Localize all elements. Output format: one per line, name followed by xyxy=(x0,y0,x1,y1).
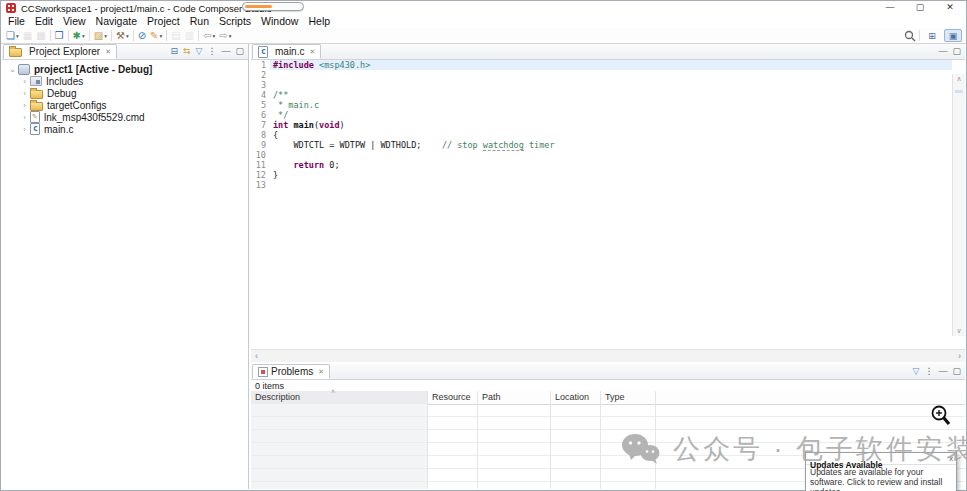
column-label: Description xyxy=(255,392,300,402)
code-line-6[interactable]: 6 */ xyxy=(251,110,952,120)
includes-icon xyxy=(30,76,42,86)
save-all-icon: ▩ xyxy=(36,29,45,42)
maximize-view-icon[interactable]: ▢ xyxy=(235,44,244,59)
dropdown-icon[interactable]: ▾ xyxy=(82,33,85,39)
tree-item-lnk-msp430f5529-cmd[interactable]: ›lnk_msp430f5529.cmd xyxy=(2,111,248,123)
chevron-down-icon[interactable]: ⌄ xyxy=(8,65,17,74)
ccs-edit-perspective-button[interactable]: ▣ xyxy=(944,29,962,42)
scroll-left-icon[interactable]: ‹ xyxy=(255,350,258,362)
chevron-right-icon[interactable]: › xyxy=(20,101,29,110)
scroll-right-icon[interactable]: › xyxy=(958,350,961,362)
code-line-2[interactable]: 2 xyxy=(251,70,952,80)
search-icon[interactable] xyxy=(904,30,916,42)
tree-item-targetconfigs[interactable]: ›targetConfigs xyxy=(2,99,248,111)
view-menu-icon[interactable]: ⋮ xyxy=(924,364,933,379)
maximize-view-icon[interactable]: ▢ xyxy=(952,44,961,59)
dropdown-icon[interactable]: ▾ xyxy=(104,33,107,39)
dropdown-icon[interactable]: ▾ xyxy=(213,33,216,39)
tree-item-includes[interactable]: ›Includes xyxy=(2,75,248,87)
column-header-location[interactable]: Location xyxy=(551,391,601,404)
horizontal-scrollbar[interactable]: ‹ › xyxy=(251,349,965,362)
code-line-1[interactable]: 1#include <msp430.h> xyxy=(251,60,952,70)
code-segment: 0; xyxy=(324,160,339,170)
code-line-12[interactable]: 12} xyxy=(251,170,952,180)
menu-project[interactable]: Project xyxy=(142,15,185,28)
link-with-editor-icon[interactable]: ⇆ xyxy=(183,44,191,59)
vertical-scrollbar[interactable]: ∧ ∨ xyxy=(952,74,965,336)
tab-project-explorer[interactable]: Project Explorer ✕ xyxy=(3,44,117,59)
maximize-view-icon[interactable]: ▢ xyxy=(952,364,961,379)
code-line-7[interactable]: 7int main(void) xyxy=(251,120,952,130)
minimize-window-button[interactable]: — xyxy=(879,1,901,14)
open-perspective-button[interactable]: ⊞ xyxy=(923,29,941,42)
collapse-all-icon[interactable]: ⊟ xyxy=(170,44,178,59)
code-line-9[interactable]: 9 WDTCTL = WDTPW | WDTHOLD; // stop watc… xyxy=(251,140,952,150)
menu-navigate[interactable]: Navigate xyxy=(91,15,142,28)
filter-icon[interactable]: ▽ xyxy=(913,364,920,379)
minimize-view-icon[interactable]: — xyxy=(938,364,947,379)
new-project-button[interactable]: ▨▾ xyxy=(92,29,109,42)
column-header-path[interactable]: Path xyxy=(478,391,551,404)
column-header-description[interactable]: Description˄ xyxy=(251,391,428,404)
code-area[interactable]: 1#include <msp430.h>234/**5 * main.c6 */… xyxy=(251,59,965,349)
launch-button[interactable]: ⊘ xyxy=(136,29,148,42)
tree-item-debug[interactable]: ›Debug xyxy=(2,87,248,99)
dropdown-icon[interactable]: ▾ xyxy=(16,33,19,39)
forward-button[interactable]: ⇨▾ xyxy=(217,29,233,42)
flash-button[interactable]: ✎▾ xyxy=(148,29,164,42)
code-segment: */ xyxy=(273,110,288,120)
tree-item-project1-active-debug[interactable]: ⌄project1 [Active - Debug] xyxy=(2,63,248,75)
back-button[interactable]: ⇦▾ xyxy=(201,29,217,42)
popup-close-button[interactable]: x xyxy=(949,454,953,463)
folder-open-icon xyxy=(30,90,43,99)
chevron-right-icon[interactable]: › xyxy=(20,77,29,86)
menu-help[interactable]: Help xyxy=(303,15,335,28)
build-button[interactable]: ⚒▾ xyxy=(114,29,131,42)
code-line-4[interactable]: 4/** xyxy=(251,90,952,100)
code-line-13[interactable]: 13 xyxy=(251,180,952,190)
code-text: return 0; xyxy=(270,160,952,170)
column-label: Location xyxy=(555,392,589,402)
tree-item-main-c[interactable]: ›main.c xyxy=(2,123,248,135)
code-line-8[interactable]: 8{ xyxy=(251,130,952,140)
menu-edit[interactable]: Edit xyxy=(30,15,58,28)
menu-view[interactable]: View xyxy=(58,15,91,28)
tab-main-c[interactable]: main.c ✕ xyxy=(252,44,321,59)
column-header-type[interactable]: Type xyxy=(601,391,656,404)
tab-problems[interactable]: Problems ✕ xyxy=(252,364,330,379)
console-button[interactable]: ❒ xyxy=(53,29,66,42)
ccs-app-icon xyxy=(6,3,16,13)
dropdown-icon[interactable]: ▾ xyxy=(126,33,129,39)
pin-editor-icon: ▤ xyxy=(171,29,180,42)
code-lines[interactable]: 1#include <msp430.h>234/**5 * main.c6 */… xyxy=(251,60,952,349)
chevron-right-icon[interactable]: › xyxy=(20,89,29,98)
column-header-resource[interactable]: Resource xyxy=(428,391,478,404)
debug-button[interactable]: ✱▾ xyxy=(71,29,87,42)
code-text xyxy=(270,150,952,160)
close-tab-icon[interactable]: ✕ xyxy=(309,48,315,56)
chevron-right-icon[interactable]: › xyxy=(20,113,29,122)
chevron-right-icon[interactable]: › xyxy=(20,125,29,134)
minimize-view-icon[interactable]: — xyxy=(221,44,230,59)
maximize-window-button[interactable]: ▢ xyxy=(909,1,931,14)
close-tab-icon[interactable]: ✕ xyxy=(318,368,324,376)
scroll-down-icon[interactable]: ∨ xyxy=(953,327,965,335)
code-line-5[interactable]: 5 * main.c xyxy=(251,100,952,110)
menu-window[interactable]: Window xyxy=(256,15,303,28)
close-window-button[interactable]: ✕ xyxy=(939,1,961,14)
menu-scripts[interactable]: Scripts xyxy=(214,15,256,28)
scroll-up-icon[interactable]: ∧ xyxy=(953,75,965,83)
menu-run[interactable]: Run xyxy=(185,15,214,28)
code-line-3[interactable]: 3 xyxy=(251,80,952,90)
menu-file[interactable]: File xyxy=(3,15,30,28)
dropdown-icon[interactable]: ▾ xyxy=(229,33,232,39)
close-tab-icon[interactable]: ✕ xyxy=(105,48,111,56)
code-line-10[interactable]: 10 xyxy=(251,150,952,160)
minimize-view-icon[interactable]: — xyxy=(938,44,947,59)
cmd-file-icon xyxy=(30,111,40,123)
view-menu-icon[interactable]: ⋮ xyxy=(207,44,216,59)
dropdown-icon[interactable]: ▾ xyxy=(160,33,163,39)
new-file-button[interactable]: ❏▾ xyxy=(4,29,21,42)
code-line-11[interactable]: 11 return 0; xyxy=(251,160,952,170)
filter-icon[interactable]: ▽ xyxy=(196,44,203,59)
